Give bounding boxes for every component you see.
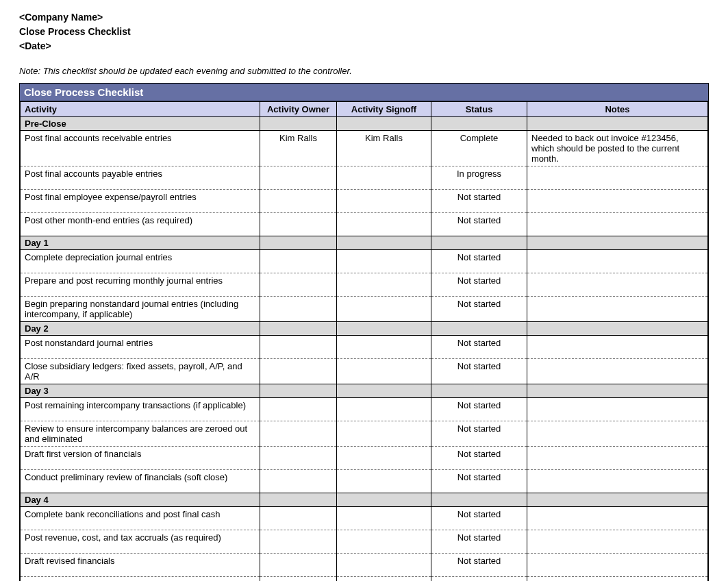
- notes-cell: [527, 554, 708, 577]
- table-row: Prepare and post recurring monthly journ…: [21, 273, 708, 297]
- signoff-cell: [337, 336, 431, 359]
- table-row: Begin preparing nonstandard journal entr…: [21, 297, 708, 322]
- notes-cell: [527, 336, 708, 359]
- section-label: Pre-Close: [21, 117, 260, 131]
- section-empty: [337, 493, 431, 507]
- status-cell: Complete: [431, 131, 527, 166]
- table-row: Draft revised financialsNot started: [21, 554, 708, 577]
- table-row: Post revenue, cost, and tax accruals (as…: [21, 530, 708, 554]
- section-empty: [431, 322, 527, 336]
- section-empty: [260, 236, 337, 250]
- signoff-cell: Kim Ralls: [337, 131, 431, 166]
- table-row: Post other month-end entries (as require…: [21, 213, 708, 236]
- doc-date: <Date>: [19, 39, 709, 53]
- status-cell: In progress: [431, 166, 527, 190]
- doc-header: <Company Name> Close Process Checklist <…: [19, 10, 709, 53]
- owner-cell: [260, 530, 337, 554]
- notes-cell: [527, 166, 708, 190]
- owner-cell: [260, 421, 337, 447]
- notes-cell: [527, 250, 708, 273]
- activity-cell: Prepare and post recurring monthly journ…: [21, 273, 260, 297]
- owner-cell: [260, 336, 337, 359]
- table-row: Conduct preliminary review of financials…: [21, 470, 708, 493]
- signoff-cell: [337, 213, 431, 236]
- section-row: Day 1: [21, 236, 708, 250]
- status-cell: Not started: [431, 359, 527, 384]
- activity-cell: Post revenue, cost, and tax accruals (as…: [21, 530, 260, 554]
- header-row: Activity Activity Owner Activity Signoff…: [21, 102, 708, 117]
- signoff-cell: [337, 273, 431, 297]
- signoff-cell: [337, 577, 431, 582]
- status-cell: Not started: [431, 190, 527, 213]
- section-row: Day 3: [21, 384, 708, 398]
- owner-cell: Kim Ralls: [260, 131, 337, 166]
- activity-cell: Draft revised financials: [21, 554, 260, 577]
- section-label: Day 2: [21, 322, 260, 336]
- signoff-cell: [337, 530, 431, 554]
- col-notes: Notes: [527, 102, 708, 117]
- notes-cell: [527, 398, 708, 421]
- notes-cell: [527, 359, 708, 384]
- activity-cell: Post final employee expense/payroll entr…: [21, 190, 260, 213]
- status-cell: Not started: [431, 447, 527, 470]
- section-label: Day 1: [21, 236, 260, 250]
- owner-cell: [260, 447, 337, 470]
- section-row: Day 2: [21, 322, 708, 336]
- section-row: Pre-Close: [21, 117, 708, 131]
- owner-cell: [260, 359, 337, 384]
- notes-cell: Needed to back out invoice #123456, whic…: [527, 131, 708, 166]
- table-row: Post nonstandard journal entriesNot star…: [21, 336, 708, 359]
- activity-cell: Draft revised footnotes and disclosures: [21, 577, 260, 582]
- note-text: Note: This checklist should be updated e…: [19, 66, 709, 76]
- status-cell: Not started: [431, 297, 527, 322]
- notes-cell: [527, 577, 708, 582]
- section-empty: [260, 384, 337, 398]
- section-empty: [431, 493, 527, 507]
- table-row: Review to ensure intercompany balances a…: [21, 421, 708, 447]
- section-empty: [527, 322, 708, 336]
- table-row: Draft first version of financialsNot sta…: [21, 447, 708, 470]
- notes-cell: [527, 507, 708, 530]
- activity-cell: Post nonstandard journal entries: [21, 336, 260, 359]
- notes-cell: [527, 470, 708, 493]
- section-empty: [527, 493, 708, 507]
- activity-cell: Draft first version of financials: [21, 447, 260, 470]
- status-cell: Not started: [431, 336, 527, 359]
- section-empty: [527, 236, 708, 250]
- table-row: Close subsidiary ledgers: fixed assets, …: [21, 359, 708, 384]
- activity-cell: Post final accounts receivable entries: [21, 131, 260, 166]
- section-empty: [431, 384, 527, 398]
- table-row: Post final accounts payable entriesIn pr…: [21, 166, 708, 190]
- signoff-cell: [337, 554, 431, 577]
- section-empty: [337, 384, 431, 398]
- notes-cell: [527, 447, 708, 470]
- notes-cell: [527, 421, 708, 447]
- table-title: Close Process Checklist: [20, 84, 708, 101]
- signoff-cell: [337, 166, 431, 190]
- table-row: Post remaining intercompany transactions…: [21, 398, 708, 421]
- owner-cell: [260, 577, 337, 582]
- status-cell: Not started: [431, 421, 527, 447]
- section-empty: [260, 117, 337, 131]
- activity-cell: Begin preparing nonstandard journal entr…: [21, 297, 260, 322]
- status-cell: Not started: [431, 577, 527, 582]
- owner-cell: [260, 250, 337, 273]
- activity-cell: Conduct preliminary review of financials…: [21, 470, 260, 493]
- section-label: Day 4: [21, 493, 260, 507]
- col-owner: Activity Owner: [260, 102, 337, 117]
- table-row: Post final employee expense/payroll entr…: [21, 190, 708, 213]
- section-empty: [431, 117, 527, 131]
- section-empty: [527, 384, 708, 398]
- activity-cell: Post remaining intercompany transactions…: [21, 398, 260, 421]
- col-activity: Activity: [21, 102, 260, 117]
- owner-cell: [260, 507, 337, 530]
- status-cell: Not started: [431, 250, 527, 273]
- activity-cell: Post other month-end entries (as require…: [21, 213, 260, 236]
- owner-cell: [260, 273, 337, 297]
- status-cell: Not started: [431, 273, 527, 297]
- section-empty: [260, 322, 337, 336]
- status-cell: Not started: [431, 398, 527, 421]
- signoff-cell: [337, 507, 431, 530]
- signoff-cell: [337, 421, 431, 447]
- checklist-table: Activity Activity Owner Activity Signoff…: [20, 101, 708, 581]
